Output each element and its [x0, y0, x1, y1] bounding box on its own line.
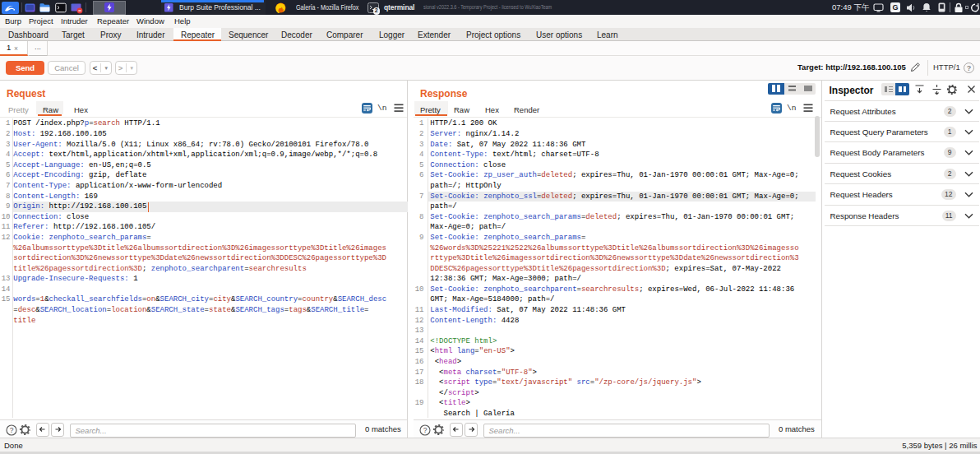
svg-text:G: G	[892, 3, 898, 12]
svg-text:?: ?	[9, 426, 13, 434]
svg-text:?: ?	[423, 426, 427, 434]
